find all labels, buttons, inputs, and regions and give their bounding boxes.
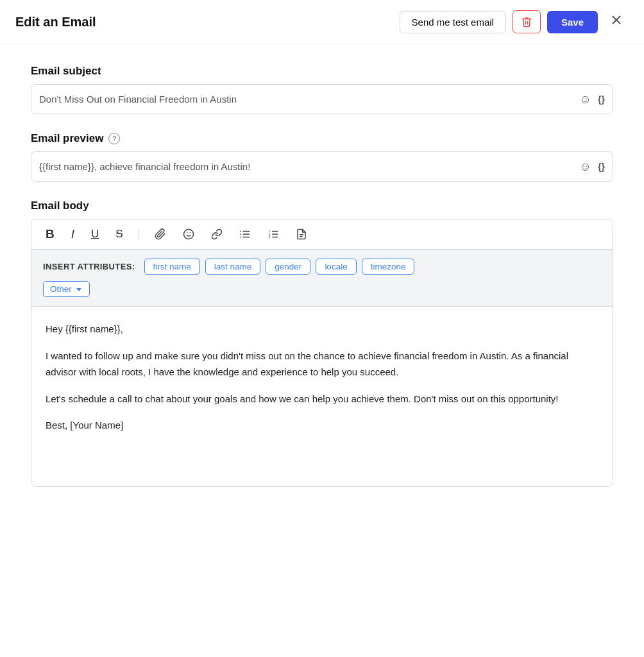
strikethrough-icon: S [115, 228, 123, 241]
toolbar-divider [139, 227, 139, 241]
svg-marker-19 [76, 288, 81, 291]
link-button[interactable] [208, 227, 225, 241]
attachment-button[interactable] [152, 227, 169, 241]
email-body-content[interactable]: Hey {{first name}}, I wanted to follow u… [31, 307, 613, 486]
editor-toolbar: B I U S [31, 219, 613, 250]
underline-icon: U [91, 228, 99, 241]
chevron-down-icon [75, 286, 83, 293]
italic-button[interactable]: I [69, 226, 77, 243]
email-preview-input[interactable] [39, 152, 579, 181]
email-subject-field-wrapper: ☺ {} [31, 84, 613, 114]
close-icon [609, 13, 623, 27]
attr-last-name[interactable]: last name [205, 259, 261, 275]
svg-point-10 [240, 237, 241, 238]
svg-point-2 [183, 230, 193, 239]
insert-attributes-label: INSERT ATTRIBUTES: [43, 262, 135, 271]
email-editor: B I U S [31, 219, 613, 487]
curly-icon-subject[interactable]: {} [598, 94, 605, 105]
save-button[interactable]: Save [547, 11, 598, 33]
strikethrough-button[interactable]: S [113, 226, 125, 242]
curly-icon-preview[interactable]: {} [598, 162, 605, 172]
email-preview-label-row: Email preview ? [31, 132, 613, 145]
test-email-button[interactable]: Send me test email [400, 11, 506, 33]
help-icon[interactable]: ? [108, 133, 120, 144]
email-subject-input[interactable] [39, 85, 579, 114]
attr-gender[interactable]: gender [266, 259, 310, 275]
list-ul-icon [239, 228, 251, 240]
body-line3: Let's schedule a call to chat about your… [46, 391, 598, 407]
header-actions: Send me test email Save [400, 10, 629, 33]
emoji-icon-preview[interactable]: ☺ [579, 160, 591, 174]
underline-button[interactable]: U [89, 226, 101, 242]
attr-timezone[interactable]: timezone [362, 259, 415, 275]
email-subject-icons: ☺ {} [579, 92, 605, 107]
svg-point-9 [240, 234, 241, 235]
content: Email subject ☺ {} Email preview ? ☺ {} … [0, 44, 644, 508]
paperclip-icon [155, 228, 166, 240]
email-preview-icons: ☺ {} [579, 160, 605, 174]
bold-button[interactable]: B [43, 226, 57, 243]
insert-attributes-bar: INSERT ATTRIBUTES: first name last name … [31, 250, 613, 307]
unordered-list-button[interactable] [237, 227, 253, 241]
attr-first-name[interactable]: first name [144, 259, 200, 275]
body-line2: I wanted to follow up and make sure you … [46, 348, 598, 380]
document-icon [296, 228, 307, 240]
trash-icon [521, 16, 532, 28]
body-line1: Hey {{first name}}, [46, 321, 598, 337]
body-line4: Best, [Your Name] [46, 417, 598, 434]
svg-text:3: 3 [268, 235, 270, 239]
svg-point-8 [240, 231, 241, 232]
delete-button[interactable] [513, 10, 541, 33]
smiley-icon [183, 228, 194, 240]
email-subject-label: Email subject [31, 65, 613, 78]
email-preview-label: Email preview [31, 132, 103, 145]
page-title: Edit an Email [15, 15, 96, 30]
attr-other-dropdown[interactable]: Other [43, 281, 90, 297]
attr-second-row: Other [43, 281, 601, 297]
attr-locale[interactable]: locale [316, 259, 356, 275]
header: Edit an Email Send me test email Save [0, 0, 644, 44]
emoji-button[interactable] [180, 227, 197, 241]
italic-icon: I [71, 227, 74, 241]
emoji-icon-subject[interactable]: ☺ [579, 92, 591, 107]
document-button[interactable] [293, 227, 310, 241]
link-icon [211, 228, 223, 240]
bold-icon: B [46, 227, 55, 241]
ordered-list-button[interactable]: 1 2 3 [265, 227, 282, 241]
close-button[interactable] [604, 10, 629, 33]
email-body-label: Email body [31, 200, 613, 212]
list-ol-icon: 1 2 3 [267, 228, 279, 240]
email-preview-field-wrapper: ☺ {} [31, 151, 613, 182]
attr-other-label: Other [50, 284, 72, 294]
